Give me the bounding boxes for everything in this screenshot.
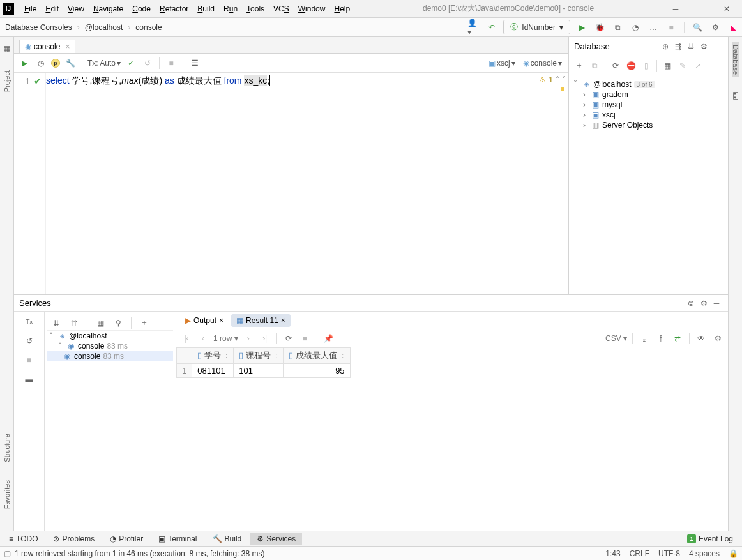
menu-view[interactable]: View — [64, 3, 88, 15]
tab-profiler[interactable]: ◔ Profiler — [103, 533, 149, 545]
menu-tools[interactable]: Tools — [243, 3, 268, 15]
commit-button[interactable]: ✓ — [125, 57, 137, 70]
chevron-up-icon[interactable]: ˄ — [556, 75, 559, 84]
event-log-button[interactable]: 1 Event Log — [681, 533, 739, 545]
reload-icon[interactable]: ⟳ — [282, 332, 295, 345]
eye-icon[interactable]: 👁 — [695, 332, 708, 345]
tab-database[interactable]: Database — [732, 42, 739, 77]
sql-editor[interactable]: 1✔ select 学号,课程号,max(成绩) as 成绩最大值 from x… — [14, 73, 568, 294]
database-tree[interactable]: ˅ ⎈ @localhost 3 of 6 ›▣gradem ›▣mysql ›… — [569, 75, 728, 294]
bc-database-consoles[interactable]: Database Consoles — [3, 22, 75, 33]
bc-console[interactable]: console — [133, 22, 164, 33]
prev-page-icon[interactable]: ‹ — [197, 332, 209, 345]
next-page-icon[interactable]: › — [242, 332, 255, 345]
add-datasource-icon[interactable]: ⊕ — [659, 40, 672, 53]
rollback-button[interactable]: ↺ — [141, 57, 154, 70]
settings-icon[interactable]: ⚙ — [709, 21, 722, 34]
inspection-widget[interactable]: ⚠ 1 ˄ ˅ — [539, 75, 566, 84]
menu-help[interactable]: Help — [330, 3, 354, 15]
rollback-icon[interactable]: ↺ — [23, 335, 36, 347]
menu-refactor[interactable]: Refactor — [156, 3, 192, 15]
sort-icon[interactable]: ÷ — [221, 352, 229, 359]
collapse-all-icon[interactable]: ⇈ — [68, 317, 80, 329]
menu-build[interactable]: Build — [193, 3, 218, 15]
execute-plan-icon[interactable]: ◷ — [34, 57, 47, 70]
expand-arrow-icon[interactable]: ˅ — [47, 331, 55, 340]
more-icon[interactable]: ↗ — [692, 59, 704, 72]
profile-button[interactable]: ◔ — [629, 21, 642, 34]
upload-icon[interactable]: ⭱ — [655, 332, 667, 345]
menu-edit[interactable]: Edit — [42, 3, 63, 15]
result-table[interactable]: ▯ 学号÷ ▯ 课程号÷ ▯ 成绩最大值÷ 1 081101 101 95 — [176, 347, 728, 531]
line-separator[interactable]: CRLF — [630, 549, 649, 558]
db-root[interactable]: ˅ ⎈ @localhost 3 of 6 — [572, 79, 725, 89]
close-button[interactable]: ✕ — [714, 1, 739, 17]
svc-console-b[interactable]: ◉console 83 ms — [47, 351, 173, 361]
schema-dropdown[interactable]: ▣xscj▾ — [486, 58, 518, 68]
gear-icon[interactable]: ⚙ — [697, 40, 710, 53]
user-add-icon[interactable]: 👤▾ — [467, 21, 480, 34]
expand-arrow-icon[interactable]: ˅ — [56, 342, 64, 351]
attach-button[interactable]: … — [647, 21, 660, 34]
expand-arrow-icon[interactable]: › — [580, 90, 588, 99]
lock-icon[interactable]: 🔒 — [729, 549, 738, 558]
tab-build[interactable]: 🔨 Build — [206, 533, 248, 545]
stop-icon[interactable]: ■ — [23, 354, 36, 367]
run-button[interactable]: ▶ — [575, 21, 588, 34]
tab-project[interactable]: Project — [3, 68, 11, 95]
tx-icon[interactable]: Tx — [23, 315, 36, 328]
menu-code[interactable]: Code — [128, 3, 155, 15]
cancel-query-icon[interactable]: ■ — [165, 57, 178, 70]
add-icon[interactable]: ＋ — [138, 317, 151, 329]
cell-1[interactable]: 081101 — [192, 364, 234, 378]
bc-localhost[interactable]: @localhost — [82, 22, 126, 33]
tab-console[interactable]: ◉ console × — [19, 40, 75, 53]
chevron-down-icon[interactable]: ˅ — [562, 75, 566, 84]
row-info[interactable]: 1 row ▾ — [213, 334, 238, 343]
tx-mode-dropdown[interactable]: Tx: Auto ▾ — [87, 59, 121, 68]
search-everywhere-icon[interactable]: 🔍 — [691, 21, 704, 34]
hide-panel-icon[interactable]: ─ — [710, 40, 723, 53]
table-icon[interactable]: ▦ — [661, 59, 674, 72]
warning-marker[interactable] — [561, 87, 564, 91]
pin-icon[interactable]: 📌 — [322, 332, 335, 345]
gear-icon[interactable]: ⚙ — [711, 332, 724, 345]
download-icon[interactable]: ⭳ — [638, 332, 651, 345]
menu-file[interactable]: File — [20, 3, 40, 15]
export-format-dropdown[interactable]: CSV ▾ — [605, 334, 627, 343]
refresh-icon[interactable]: ⟳ — [609, 59, 622, 72]
console-dropdown[interactable]: ◉console▾ — [520, 58, 564, 68]
run-configuration-dropdown[interactable]: ⓒ IdNumber ▾ — [503, 20, 570, 34]
ping-icon[interactable]: p — [51, 59, 60, 68]
indent-setting[interactable]: 4 spaces — [689, 549, 720, 558]
cell-3[interactable]: 95 — [284, 364, 350, 378]
col-header-1[interactable]: ▯ 学号÷ — [192, 348, 234, 364]
gear-icon[interactable]: ⚙ — [697, 297, 710, 310]
last-page-icon[interactable]: ›| — [259, 332, 271, 345]
menu-window[interactable]: Window — [294, 3, 329, 15]
plugin-icon[interactable]: ◣ — [727, 21, 739, 34]
col-header-3[interactable]: ▯ 成绩最大值÷ — [284, 348, 350, 364]
group-icon[interactable]: ▦ — [94, 317, 107, 329]
expand-arrow-icon[interactable]: › — [580, 100, 588, 109]
close-icon[interactable]: × — [65, 42, 70, 51]
stop-button[interactable]: ■ — [665, 21, 678, 34]
expand-icon[interactable]: ⇊ — [685, 40, 697, 53]
file-encoding[interactable]: UTF-8 — [658, 549, 680, 558]
tab-todo[interactable]: ≡ TODO — [3, 533, 44, 545]
coverage-button[interactable]: ⧉ — [611, 21, 624, 34]
tab-terminal[interactable]: ▣ Terminal — [152, 533, 203, 545]
edit-icon[interactable]: ✎ — [676, 59, 689, 72]
status-icon[interactable]: ▢ — [4, 549, 11, 558]
sort-icon[interactable]: ÷ — [271, 352, 278, 359]
compare-icon[interactable]: ⇄ — [671, 332, 684, 345]
stop-icon[interactable]: ■ — [299, 332, 312, 345]
tab-output[interactable]: ▶Output× — [180, 314, 229, 327]
db-server-objects[interactable]: ›▥Server Objects — [572, 120, 725, 130]
expand-arrow-icon[interactable]: › — [580, 110, 588, 119]
duplicate-icon[interactable]: ⧉ — [588, 59, 601, 72]
menu-navigate[interactable]: Navigate — [89, 3, 127, 15]
stop-icon[interactable]: ⛔ — [625, 59, 637, 72]
debug-button[interactable]: 🐞 — [593, 21, 606, 34]
db-xscj[interactable]: ›▣xscj — [572, 110, 725, 120]
